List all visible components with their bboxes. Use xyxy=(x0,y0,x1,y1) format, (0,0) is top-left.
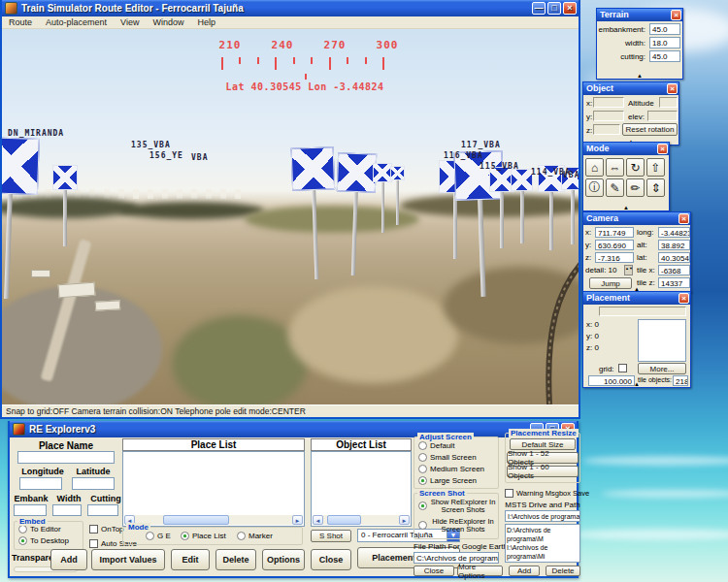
latitude-field[interactable] xyxy=(72,477,115,490)
signal[interactable] xyxy=(390,166,405,225)
raise-object-icon[interactable]: ⇧ xyxy=(646,158,665,177)
close-icon[interactable]: × xyxy=(671,10,681,20)
scroll-right-icon[interactable]: ► xyxy=(399,515,410,525)
edit-button[interactable]: Edit xyxy=(171,549,210,570)
place-list-radio[interactable] xyxy=(181,532,189,540)
default-radio[interactable] xyxy=(418,441,427,450)
cam-z-field[interactable]: -7.316 xyxy=(595,252,634,263)
signal[interactable] xyxy=(334,152,377,275)
small-screen-radio[interactable] xyxy=(418,453,427,462)
place-object-icon[interactable]: ⌂ xyxy=(585,158,604,177)
delete-button[interactable]: Delete xyxy=(215,549,256,570)
medium-screen-radio[interactable] xyxy=(418,465,427,473)
close-button[interactable]: Close xyxy=(311,549,351,570)
detail-spinner[interactable]: ▲▼ xyxy=(624,265,633,275)
close-icon[interactable]: × xyxy=(678,293,689,304)
close-button-icon[interactable]: × xyxy=(563,2,577,15)
msts-path-list[interactable]: D:\Archivos de programa\M I:\Archivos de… xyxy=(505,524,580,563)
signal[interactable] xyxy=(291,146,339,279)
cutting-field[interactable] xyxy=(87,504,118,516)
placement-panel-title[interactable]: Placement × xyxy=(583,292,690,305)
re-title-bar[interactable]: RE Explorerv3 — □ × xyxy=(10,421,577,437)
close-icon[interactable]: × xyxy=(667,83,678,94)
embank-field[interactable] xyxy=(14,504,47,516)
place-name-field[interactable] xyxy=(17,451,115,464)
embankment-field[interactable]: 45.0 xyxy=(649,23,680,35)
to-editor-radio[interactable] xyxy=(18,525,27,534)
add-button[interactable]: Add xyxy=(50,549,87,570)
delete2-button[interactable]: Delete xyxy=(546,566,580,576)
tile-z-field[interactable]: 14337 xyxy=(658,277,690,288)
reset-rotation-button[interactable]: Reset rotation xyxy=(622,123,678,136)
cam-alt-field[interactable]: 38.892 xyxy=(658,240,690,250)
maximize-button-icon[interactable]: □ xyxy=(547,2,561,15)
menu-auto-placement[interactable]: Auto-placement xyxy=(39,16,114,28)
auto-save-checkbox[interactable] xyxy=(89,539,98,548)
signal[interactable] xyxy=(52,165,78,246)
scroll-thumb[interactable] xyxy=(327,515,361,525)
object-list-scrollbar[interactable]: ◄ ► xyxy=(313,515,410,525)
tile-x-field[interactable]: -6368 xyxy=(658,265,690,275)
msts-path-item[interactable]: I:\Archivos de programa\Mi xyxy=(507,543,579,561)
show-reexplorer-radio[interactable] xyxy=(418,501,427,510)
cam-y-field[interactable]: 630.690 xyxy=(595,240,634,250)
object-z-field[interactable] xyxy=(593,124,620,135)
collapse-icon[interactable]: ▲ xyxy=(637,73,643,79)
import-values-button[interactable]: Import Values xyxy=(91,549,165,570)
add2-button[interactable]: Add xyxy=(509,566,540,576)
collapse-icon[interactable]: ▲ xyxy=(623,205,629,210)
more-button[interactable]: More... xyxy=(638,363,686,374)
paint-terrain-icon[interactable]: ✏ xyxy=(626,178,645,197)
msts-path-field[interactable]: I:\Archivos de programa\Mi xyxy=(505,510,580,522)
msts-path-item[interactable]: D:\Archivos de programa\M xyxy=(507,526,579,543)
scale-field[interactable]: 100.000 xyxy=(588,375,635,386)
object-y-field[interactable] xyxy=(593,111,624,121)
rotate-object-icon[interactable]: ↻ xyxy=(626,158,645,177)
jump-button[interactable]: Jump xyxy=(589,277,632,289)
menu-route[interactable]: Route xyxy=(2,16,39,28)
place-list-scrollbar[interactable]: ◄ ► xyxy=(124,515,303,525)
large-screen-radio[interactable] xyxy=(418,476,427,485)
cam-long-field[interactable]: -3.44823 xyxy=(658,227,690,238)
collapse-icon[interactable]: ▲ xyxy=(634,381,640,387)
placement-listbox[interactable] xyxy=(638,319,686,362)
options-button[interactable]: Options xyxy=(262,549,305,570)
grid-checkbox[interactable] xyxy=(618,364,627,372)
viewport-3d[interactable]: DN_MIRANDA 135_VBA 156_YE 117_VBA 116_VB… xyxy=(2,29,579,404)
object-x-field[interactable] xyxy=(593,97,624,108)
mode-panel-title[interactable]: Mode × xyxy=(583,143,669,155)
to-desktop-radio[interactable] xyxy=(18,536,27,545)
main-title-bar[interactable]: Train Simulator Route Editor - Ferrocarr… xyxy=(2,0,579,16)
menu-help[interactable]: Help xyxy=(190,16,222,28)
camera-panel-title[interactable]: Camera × xyxy=(583,212,690,225)
scroll-thumb[interactable] xyxy=(163,515,229,525)
menu-window[interactable]: Window xyxy=(146,16,190,28)
placement-name-field[interactable] xyxy=(599,307,686,316)
place-list[interactable]: ◄ ► xyxy=(122,451,305,527)
menu-view[interactable]: View xyxy=(114,16,146,28)
adjust-height-icon[interactable]: ⇕ xyxy=(646,178,665,197)
object-info-icon[interactable]: ⓘ xyxy=(585,178,604,197)
altitude-field[interactable] xyxy=(659,97,678,108)
signal[interactable] xyxy=(511,169,533,243)
signal[interactable] xyxy=(373,163,392,233)
hide-reexplorer-radio[interactable] xyxy=(418,521,427,530)
width-field[interactable]: 18.0 xyxy=(649,37,680,48)
marker-radio[interactable] xyxy=(237,532,246,540)
more-options-button[interactable]: More Options xyxy=(457,566,503,576)
ontop-checkbox[interactable] xyxy=(89,525,98,534)
width-field[interactable] xyxy=(52,504,82,516)
slope-terrain-icon[interactable]: ✎ xyxy=(606,178,624,197)
scroll-left-icon[interactable]: ◄ xyxy=(313,515,323,525)
ge-radio[interactable] xyxy=(146,532,154,540)
close-icon[interactable]: × xyxy=(657,144,668,154)
scroll-right-icon[interactable]: ► xyxy=(292,515,303,525)
show-1-60-button[interactable]: Show 1 - 60 Objects xyxy=(507,466,579,477)
elev-field[interactable] xyxy=(647,111,678,121)
object-panel-title[interactable]: Object × xyxy=(583,82,678,95)
move-object-icon[interactable]: ⇔ xyxy=(606,158,624,177)
sshot-button[interactable]: S Shot xyxy=(311,530,351,542)
terrain-panel-title[interactable]: Terrain × xyxy=(597,9,682,21)
tile-objects-field[interactable]: 218 xyxy=(673,375,688,386)
signal[interactable] xyxy=(2,137,40,300)
